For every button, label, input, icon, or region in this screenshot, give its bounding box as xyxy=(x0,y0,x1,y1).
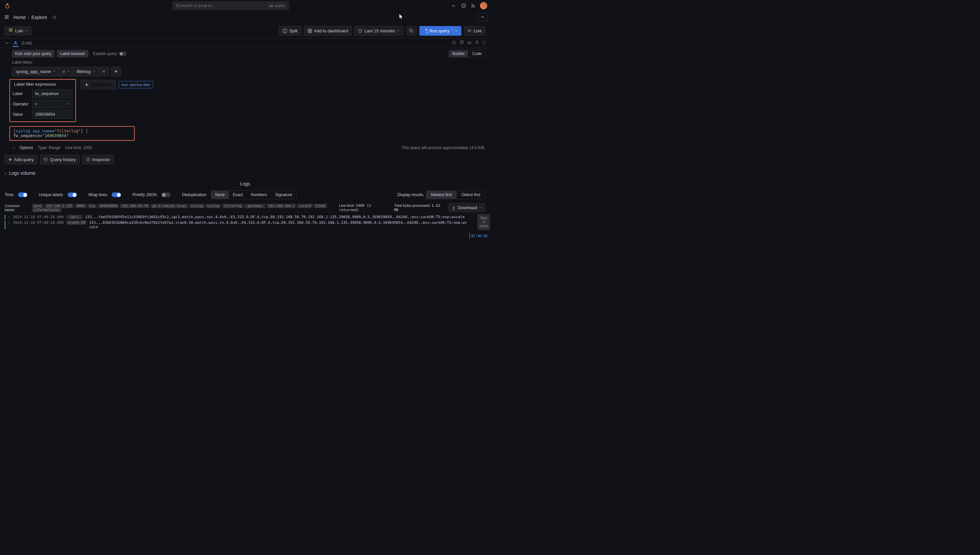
log-level-bar xyxy=(5,220,5,229)
options-limit: Line limit: 1000 xyxy=(65,146,92,150)
breadcrumb-home[interactable]: Home xyxy=(13,14,26,20)
filter-op-select[interactable]: = xyxy=(59,67,74,76)
breadcrumb-explore[interactable]: Explore xyxy=(31,14,47,20)
split-button[interactable]: Split xyxy=(279,26,301,36)
filter-value-select[interactable]: filterlog xyxy=(74,67,99,76)
expr-label-input[interactable]: fw_sequence xyxy=(32,89,73,98)
time-toggle[interactable] xyxy=(18,192,27,197)
options-chevron-icon[interactable]: › xyxy=(13,146,15,150)
svg-point-31 xyxy=(484,44,484,44)
svg-rect-9 xyxy=(9,29,12,30)
drag-handle-icon[interactable] xyxy=(482,40,485,46)
label-pill: 169639854 xyxy=(98,204,119,208)
unique-labels-toggle[interactable] xyxy=(68,192,77,197)
add-filter-button[interactable] xyxy=(111,67,121,76)
query-row-chevron-icon[interactable] xyxy=(5,41,10,45)
live-button[interactable]: Live xyxy=(464,26,485,36)
sort-newest[interactable]: Newest first xyxy=(426,191,457,199)
toggle-query-icon[interactable] xyxy=(467,40,472,46)
timerange-button[interactable]: Last 15 minutes xyxy=(354,26,403,36)
explain-query-label: Explain query xyxy=(93,51,117,56)
label-pill: informational xyxy=(32,208,61,212)
add-icon[interactable] xyxy=(452,3,457,8)
expr-op-select[interactable]: = xyxy=(32,100,73,108)
label-pill: local0 xyxy=(297,204,312,208)
dedup-exact[interactable]: Exact xyxy=(229,191,247,199)
svg-rect-23 xyxy=(460,41,463,43)
expr-value-input[interactable]: 169639854 xyxy=(32,110,73,119)
svg-point-5 xyxy=(471,6,472,7)
svg-line-2 xyxy=(178,6,179,7)
collapse-panel-icon[interactable] xyxy=(478,13,487,22)
grafana-logo-icon[interactable] xyxy=(4,2,11,9)
filter-label-select[interactable]: syslog_app_name xyxy=(12,67,59,76)
svg-point-28 xyxy=(483,42,483,43)
hint-add-line-filter[interactable]: hint: add line filter xyxy=(119,81,153,88)
log-line[interactable]: ›2024-12-18 07:40:28.000vlan0.50151,,,03… xyxy=(5,220,485,230)
query-letter[interactable]: A xyxy=(13,40,18,47)
dedup-numbers[interactable]: Numbers xyxy=(247,191,271,199)
log-expand-icon[interactable]: › xyxy=(8,220,10,225)
user-avatar[interactable] xyxy=(480,2,487,9)
query-help-icon[interactable]: ? xyxy=(452,40,456,46)
dedup-none[interactable]: None xyxy=(211,191,229,199)
inspector-button[interactable]: Inspector xyxy=(82,155,114,164)
global-search[interactable]: ⌨ cmd+k xyxy=(172,2,289,10)
ctrl-prettify-label: Prettify JSON xyxy=(132,192,157,197)
logs-volume-chevron-icon[interactable]: › xyxy=(5,170,6,176)
dedup-signature[interactable]: Signature xyxy=(271,191,296,199)
svg-point-0 xyxy=(6,5,9,8)
label-filter-expression-box: Label filter expression Label fw_sequenc… xyxy=(10,79,76,122)
wrap-lines-toggle[interactable] xyxy=(112,192,121,197)
run-query-dropdown-icon[interactable] xyxy=(452,28,458,34)
query-process-info: This query will process approximately 14… xyxy=(402,146,485,150)
display-results-label: Display results xyxy=(397,192,423,197)
datasource-picker[interactable]: Loki xyxy=(5,26,31,35)
svg-point-7 xyxy=(55,16,56,17)
label-browser-button[interactable]: Label browser xyxy=(57,50,88,57)
query-text-display: {syslog_app_name="filterlog"} | fw_seque… xyxy=(10,126,135,141)
menu-toggle-icon[interactable] xyxy=(3,13,11,22)
mode-code-tab[interactable]: Code xyxy=(468,50,485,57)
expr-value-lbl: Value xyxy=(13,112,32,117)
explain-query-toggle[interactable] xyxy=(119,52,126,56)
add-query-button[interactable]: Add query xyxy=(5,155,37,164)
query-history-button[interactable]: Query history xyxy=(40,155,79,164)
sort-oldest[interactable]: Oldest first xyxy=(457,191,485,199)
timeline-tick: 07:40:28 xyxy=(471,234,487,238)
operations-button[interactable]: Operations xyxy=(81,80,116,89)
share-icon[interactable] xyxy=(52,15,57,20)
svg-line-20 xyxy=(412,32,413,33)
svg-rect-13 xyxy=(308,29,310,30)
run-query-button[interactable]: Run query xyxy=(419,26,461,36)
news-icon[interactable] xyxy=(471,3,475,8)
expr-op-lbl: Operator xyxy=(13,102,32,106)
add-to-dashboard-button[interactable]: Add to dashboard xyxy=(304,26,352,36)
svg-point-27 xyxy=(484,41,484,41)
copy-query-icon[interactable] xyxy=(459,40,464,46)
ctrl-dedup-label: Deduplication xyxy=(182,192,206,197)
zoom-out-button[interactable] xyxy=(406,26,417,35)
datasource-name: Loki xyxy=(15,28,23,34)
expr-title: Label filter expression xyxy=(13,82,73,87)
help-icon[interactable]: ? xyxy=(461,3,466,8)
log-timestamp: 2024-12-18 07:40:28.000 xyxy=(13,215,64,219)
label-pill: 192.168.50.70 xyxy=(120,204,149,208)
search-input[interactable] xyxy=(180,3,268,8)
delete-query-icon[interactable] xyxy=(475,40,479,46)
filter-remove-button[interactable]: ✕ xyxy=(99,67,109,76)
logs-volume-title[interactable]: Logs volume xyxy=(9,170,35,176)
log-source-label: vlan0.50 xyxy=(66,220,87,225)
label-pill: pass xyxy=(32,204,43,208)
search-icon xyxy=(175,3,180,8)
log-expand-icon[interactable]: › xyxy=(8,215,10,219)
prettify-json-toggle[interactable] xyxy=(161,192,171,197)
download-button[interactable]: Download xyxy=(448,203,485,212)
kick-start-button[interactable]: Kick start your query xyxy=(12,50,54,57)
ctrl-time-label: Time xyxy=(5,192,13,197)
log-line[interactable]: ›2024-12-18 07:40:28.000igc1133,,,fae559… xyxy=(5,214,485,220)
options-label[interactable]: Options xyxy=(19,146,33,150)
label-pill: syslog xyxy=(205,204,221,208)
log-message: 151,,,03b6331b884ca335cbc0e2f022fe07a2,v… xyxy=(90,220,485,229)
mode-builder-tab[interactable]: Builder xyxy=(449,50,468,57)
